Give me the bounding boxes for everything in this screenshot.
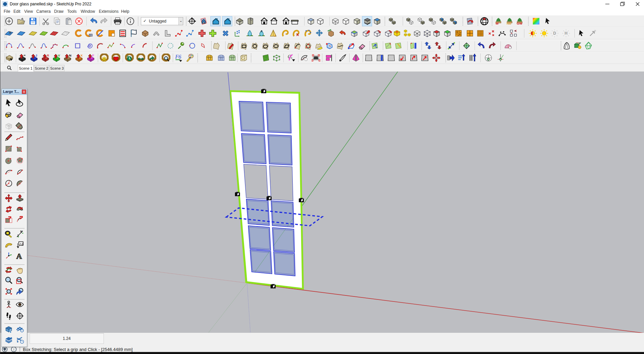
- svg-text:W: W: [495, 22, 499, 25]
- svg-text:F6: F6: [175, 54, 182, 60]
- svg-text:2: 2: [274, 34, 276, 37]
- svg-text:=: =: [24, 54, 26, 57]
- svg-text:H: H: [565, 31, 568, 36]
- svg-text:R: R: [47, 54, 49, 57]
- svg-text:V: V: [58, 54, 60, 57]
- svg-text:F: F: [92, 54, 94, 57]
- svg-text:N: N: [488, 58, 489, 61]
- svg-text:N: N: [69, 54, 71, 57]
- svg-text:3: 3: [291, 56, 292, 60]
- svg-text:i: i: [13, 348, 14, 351]
- svg-text:#: #: [261, 30, 263, 33]
- svg-text:GW: GW: [517, 22, 523, 25]
- svg-text:X: X: [80, 54, 83, 57]
- svg-text:C: C: [193, 18, 194, 21]
- svg-text:A1: A1: [19, 242, 24, 246]
- svg-text:J: J: [35, 54, 37, 57]
- svg-text:A: A: [16, 252, 22, 260]
- svg-text:NB: NB: [507, 22, 511, 25]
- svg-text:N: N: [500, 59, 501, 61]
- svg-text:D: D: [553, 31, 556, 36]
- svg-text:5: 5: [20, 230, 22, 233]
